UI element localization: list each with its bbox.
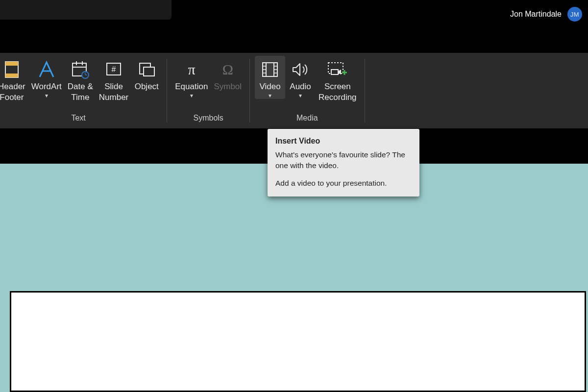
tooltip-body-1: What's everyone's favourite slide? The o… (275, 149, 412, 171)
audio-label: Audio (290, 81, 311, 92)
tooltip-title: Insert Video (275, 136, 412, 147)
group-label-media: Media (255, 114, 360, 124)
symbol-button: Ω Symbol (211, 56, 245, 93)
wordart-label: WordArt (31, 81, 62, 92)
screen-recording-icon (326, 59, 349, 80)
ribbon-group-text: Header Footer WordArt ▾ Date & Time # (0, 53, 164, 128)
chevron-down-icon: ▾ (190, 93, 193, 98)
ribbon-tabstrip (0, 25, 588, 53)
group-separator (365, 59, 365, 122)
slide-number-icon: # (104, 59, 123, 80)
slide[interactable] (10, 291, 586, 392)
ribbon-group-symbols: π Equation ▾ Ω Symbol Symbols (170, 53, 246, 128)
ribbon: Header Footer WordArt ▾ Date & Time # (0, 53, 588, 128)
header-footer-icon (4, 59, 19, 80)
chevron-down-icon: ▾ (269, 93, 271, 98)
svg-rect-2 (5, 74, 18, 77)
group-separator (249, 59, 250, 122)
svg-rect-1 (5, 62, 18, 66)
screen-recording-label: Screen Recording (318, 81, 357, 103)
svg-text:Ω: Ω (222, 61, 233, 77)
svg-rect-13 (144, 67, 154, 76)
slide-number-button[interactable]: # Slide Number (96, 56, 131, 104)
title-bar: Jon Martindale JM (0, 0, 588, 25)
user-avatar[interactable]: JM (567, 7, 582, 22)
user-name-label: Jon Martindale (510, 10, 562, 19)
date-time-label: Date & Time (68, 81, 93, 103)
date-time-button[interactable]: Date & Time (65, 56, 96, 104)
group-separator (167, 59, 167, 122)
object-label: Object (135, 81, 159, 92)
group-label-symbols: Symbols (172, 114, 245, 124)
wordart-button[interactable]: WordArt ▾ (28, 56, 65, 99)
search-field[interactable] (0, 0, 172, 20)
ribbon-group-media: Video ▾ Audio ▾ Screen Recording Media (253, 53, 362, 128)
svg-text:#: # (112, 65, 116, 74)
object-button[interactable]: Object (131, 56, 162, 93)
user-initials: JM (570, 11, 579, 18)
symbol-icon: Ω (218, 59, 238, 80)
equation-icon: π (181, 59, 202, 80)
tooltip-insert-video: Insert Video What's everyone's favourite… (268, 129, 419, 196)
equation-label: Equation (175, 81, 208, 92)
video-label: Video (259, 81, 280, 92)
header-footer-label: Header Footer (0, 81, 25, 103)
symbol-label: Symbol (214, 81, 242, 92)
calendar-clock-icon (71, 59, 90, 80)
audio-button[interactable]: Audio ▾ (285, 56, 316, 99)
header-footer-button[interactable]: Header Footer (0, 56, 28, 104)
wordart-icon (37, 59, 56, 80)
screen-recording-button[interactable]: Screen Recording (316, 56, 360, 104)
user-area[interactable]: Jon Martindale JM (510, 7, 582, 22)
slide-number-label: Slide Number (99, 81, 128, 103)
tooltip-body-2: Add a video to your presentation. (275, 178, 412, 189)
chevron-down-icon: ▾ (45, 93, 48, 98)
video-icon (260, 59, 280, 80)
group-label-text: Text (0, 114, 162, 124)
object-icon (137, 59, 156, 80)
audio-icon (290, 59, 311, 80)
equation-button[interactable]: π Equation ▾ (172, 56, 211, 99)
video-button[interactable]: Video ▾ (255, 56, 285, 99)
svg-rect-26 (331, 70, 338, 74)
chevron-down-icon: ▾ (299, 93, 302, 98)
svg-text:π: π (188, 61, 195, 77)
